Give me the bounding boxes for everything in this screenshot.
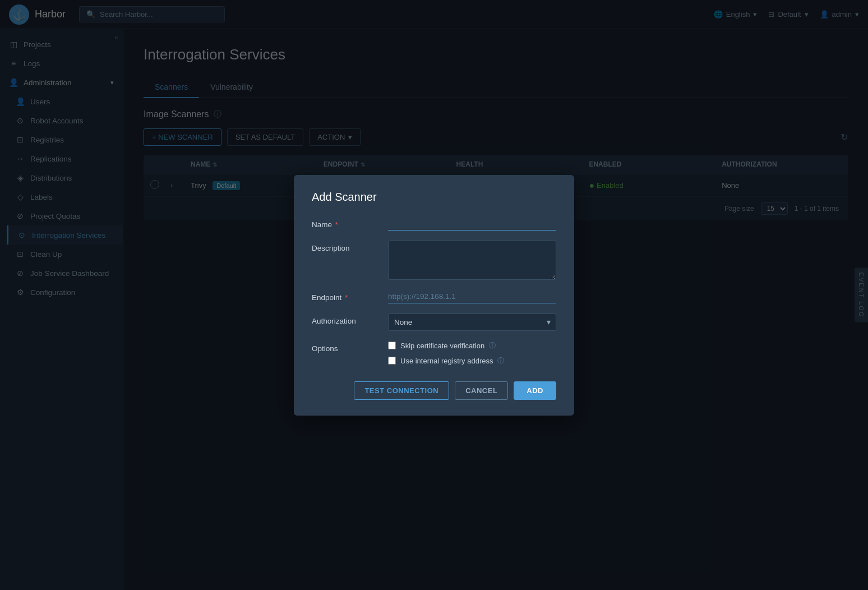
form-row-options: Options Skip certificate verification ⓘ …	[312, 341, 556, 366]
add-button[interactable]: ADD	[514, 381, 556, 400]
cancel-button[interactable]: CANCEL	[455, 381, 508, 400]
skip-cert-label: Skip certificate verification	[400, 342, 484, 350]
skip-cert-checkbox[interactable]	[388, 342, 396, 349]
form-row-authorization: Authorization None Basic Bearer APIKey ▾	[312, 314, 556, 331]
description-label: Description	[312, 241, 379, 252]
name-label: Name *	[312, 217, 379, 229]
name-input[interactable]	[388, 217, 556, 231]
use-internal-info-icon: ⓘ	[497, 356, 504, 366]
add-scanner-modal: Add Scanner Name * Description Endpoint …	[294, 175, 574, 416]
skip-cert-row: Skip certificate verification ⓘ	[388, 341, 556, 351]
modal-title: Add Scanner	[312, 191, 556, 204]
authorization-select-wrap: None Basic Bearer APIKey ▾	[388, 314, 556, 331]
options-checkboxes: Skip certificate verification ⓘ Use inte…	[388, 341, 556, 366]
use-internal-label: Use internal registry address	[400, 357, 493, 365]
endpoint-input[interactable]	[388, 290, 556, 303]
required-indicator: *	[345, 293, 348, 302]
authorization-label: Authorization	[312, 314, 379, 325]
required-indicator: *	[335, 220, 338, 229]
modal-overlay: Add Scanner Name * Description Endpoint …	[0, 0, 868, 590]
form-row-description: Description	[312, 241, 556, 280]
use-internal-row: Use internal registry address ⓘ	[388, 356, 556, 366]
modal-footer: TEST CONNECTION CANCEL ADD	[312, 381, 556, 400]
authorization-select[interactable]: None Basic Bearer APIKey	[388, 314, 556, 331]
skip-cert-info-icon: ⓘ	[489, 341, 496, 351]
use-internal-checkbox[interactable]	[388, 357, 396, 365]
options-label: Options	[312, 341, 379, 353]
test-connection-button[interactable]: TEST CONNECTION	[354, 381, 449, 400]
form-row-name: Name *	[312, 217, 556, 231]
endpoint-label: Endpoint *	[312, 290, 379, 302]
description-textarea[interactable]	[388, 241, 556, 280]
form-row-endpoint: Endpoint *	[312, 290, 556, 303]
